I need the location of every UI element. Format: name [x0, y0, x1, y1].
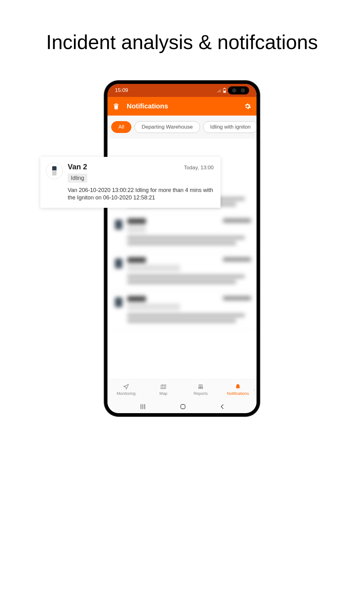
app-bar: Notifications	[107, 97, 257, 116]
filter-chip-idling[interactable]: Idling with igniton	[203, 121, 257, 133]
trash-icon[interactable]	[113, 103, 119, 110]
signal-icon	[217, 89, 221, 92]
gear-icon[interactable]	[244, 103, 251, 110]
nav-label: Monitoring	[117, 391, 136, 396]
camera-notch	[228, 86, 249, 94]
notification-tag: Idling	[68, 174, 87, 183]
status-bar: 15:09	[107, 84, 257, 97]
nav-notifications[interactable]: Notifications	[219, 379, 257, 400]
status-right	[217, 86, 249, 94]
filter-chip-all[interactable]: All	[111, 121, 131, 133]
page-title: Incident analysis & notifcations	[0, 31, 364, 54]
bell-icon	[235, 384, 241, 390]
nav-label: Map	[159, 391, 167, 396]
filter-bar: All Departing Warehouse Idling with igni…	[107, 116, 257, 139]
recent-apps-button[interactable]	[140, 404, 146, 409]
phone-screen: 15:09 Notifications	[107, 84, 257, 413]
home-button[interactable]	[180, 404, 186, 410]
navigate-icon	[123, 384, 129, 390]
status-time: 15:09	[115, 87, 128, 94]
svg-rect-2	[224, 91, 225, 93]
back-button[interactable]	[220, 404, 224, 410]
app-bar-title: Notifications	[127, 102, 237, 110]
battery-icon	[223, 88, 226, 93]
list-item[interactable]	[107, 291, 257, 330]
van-icon	[52, 166, 57, 176]
notification-vehicle: Van 2	[68, 162, 87, 171]
notification-body: Van 2 Today, 13:00 Idling Van 206-10-202…	[68, 162, 214, 202]
vehicle-avatar	[46, 162, 63, 179]
phone-frame: 15:09 Notifications	[104, 81, 260, 416]
nav-label: Reports	[193, 391, 208, 396]
filter-chip-departing[interactable]: Departing Warehouse	[134, 121, 200, 133]
list-item[interactable]	[107, 252, 257, 291]
nav-reports[interactable]: Reports	[182, 379, 219, 400]
reports-icon	[198, 384, 204, 390]
android-nav-bar	[107, 400, 257, 413]
svg-rect-6	[181, 404, 185, 409]
list-item[interactable]	[107, 213, 257, 252]
nav-map[interactable]: Map	[145, 379, 182, 400]
chevron-right-icon[interactable]: ›	[253, 388, 255, 392]
notification-timestamp: Today, 13:00	[184, 165, 214, 171]
nav-label: Notifications	[227, 391, 249, 396]
featured-notification-card[interactable]: Van 2 Today, 13:00 Idling Van 206-10-202…	[40, 157, 221, 208]
map-icon	[160, 384, 166, 390]
notification-description: Van 206-10-2020 13:00:22 Idling for more…	[68, 186, 214, 202]
nav-monitoring[interactable]: Monitoring	[107, 379, 145, 400]
bottom-nav: Monitoring Map Reports Notifications	[107, 379, 257, 400]
